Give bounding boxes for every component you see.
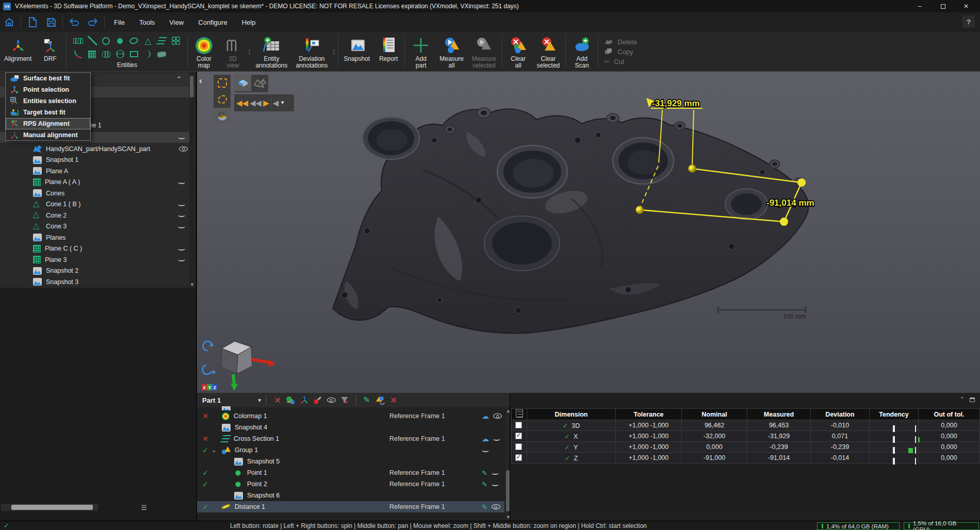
menu-item-target-best-fit[interactable]: Target best fit [6, 107, 90, 118]
eye-icon[interactable] [492, 504, 500, 509]
tree-item[interactable]: Cone 2 [0, 210, 189, 221]
probe-icon[interactable] [312, 394, 324, 406]
link-entities-icon[interactable] [374, 394, 386, 406]
tree-vertical-scrollbar[interactable]: ▼ [189, 73, 194, 288]
menu-item-surface-best-fit[interactable]: Surface best fit [6, 73, 90, 84]
undo-icon[interactable] [68, 15, 81, 29]
navigation-cube[interactable] [203, 341, 276, 391]
snapshot-button[interactable]: Snapshot [340, 32, 374, 71]
tree-item[interactable]: Planes [0, 232, 189, 243]
viewport-3d[interactable]: 100 mm [196, 72, 980, 393]
menu-configure[interactable]: Configure [191, 12, 234, 32]
add-part-button[interactable]: Add part [406, 32, 435, 71]
list-header-icon[interactable] [512, 409, 527, 420]
collapse-arc-icon[interactable] [178, 180, 185, 184]
col-nominal[interactable]: Nominal [682, 409, 747, 420]
part-tree-item[interactable]: ✓⌄Group 1 [197, 444, 504, 456]
table-row[interactable]: ✓Y +1,000 -1,000 0,000 -0,239 -0,239 0,0… [512, 442, 980, 453]
wireframe-view-icon[interactable] [251, 75, 268, 91]
cylinder-icon[interactable] [99, 47, 113, 61]
col-out-of-tol[interactable]: Out of tol. [919, 409, 980, 420]
point-icon[interactable] [113, 34, 127, 47]
table-row[interactable]: ✓X +1,000 -1,000 -32,000 -31,929 0,071 0… [512, 431, 980, 442]
clear-all-button[interactable]: Clear all [504, 32, 533, 71]
collapse-arc-icon[interactable] [178, 136, 185, 139]
eye-icon[interactable] [179, 146, 188, 152]
circle-icon[interactable] [99, 34, 113, 47]
scanned-part[interactable] [333, 108, 809, 334]
orange-prev-arrows-icon[interactable]: ◀◀ [236, 99, 248, 107]
pencil-icon[interactable]: ✎ [482, 470, 487, 476]
part-tree-item[interactable]: ✕Cross Section 1Reference Frame 1☁ [197, 433, 504, 444]
part-tree-item[interactable]: ✓Point 2Reference Frame 1✎ [197, 478, 504, 490]
col-tendency[interactable]: Tendency [870, 409, 919, 420]
orange-next-arrow-icon[interactable]: ▶ [263, 99, 269, 107]
tree-item[interactable]: Cone 3 [0, 221, 189, 232]
rectangle-icon[interactable] [127, 47, 141, 61]
expand-caret-icon[interactable]: ⌄ [211, 447, 216, 454]
curve-icon[interactable] [71, 47, 85, 61]
alignment-button[interactable]: Alignment [0, 32, 36, 71]
list-view-icon[interactable]: ☰ [137, 504, 151, 511]
tree-horizontal-scrollbar[interactable] [1, 504, 98, 511]
menu-item-point-selection[interactable]: Point selection [6, 84, 90, 95]
solid-view-icon[interactable] [234, 75, 251, 91]
selection-rectangle-icon[interactable] [214, 75, 231, 91]
tree-item[interactable]: HandySCAN_part/HandySCAN_part [0, 143, 189, 154]
color-map-button[interactable]: Color map [189, 32, 218, 71]
minimize-button[interactable]: – [909, 0, 930, 12]
col-measured[interactable]: Measured [747, 409, 811, 420]
collapse-section-icon[interactable]: ⌃ [176, 75, 182, 82]
help-badge[interactable]: ? [962, 15, 975, 28]
collapse-viewport-panel-icon[interactable]: ‹ [199, 76, 202, 86]
collapse-arc-icon[interactable] [493, 437, 500, 441]
collapse-panel-icon[interactable]: ⌃ [960, 396, 965, 404]
col-tolerance[interactable]: Tolerance [616, 409, 682, 420]
tree-item[interactable]: Snapshot 3 [0, 276, 189, 287]
table-row[interactable]: ✓3D +1,000 -1,000 96,462 96,453 -0,010 0… [512, 420, 980, 431]
sphere-icon[interactable] [113, 47, 127, 61]
deviation-annotations-button[interactable]: Deviation annotations [291, 32, 332, 71]
eye-icon[interactable] [325, 394, 337, 406]
delete-measure-icon[interactable]: ✕ [271, 394, 284, 406]
row-checkbox[interactable] [515, 433, 522, 439]
close-button[interactable]: ✕ [956, 0, 976, 12]
row-checkbox[interactable] [515, 454, 522, 461]
drf-button[interactable]: DRF [36, 32, 64, 71]
table-row[interactable]: ✓Z +1,000 -1,000 -91,000 -91,014 -0,014 … [512, 453, 980, 463]
add-scan-button[interactable]: Add Scan [567, 32, 596, 71]
maximize-button[interactable] [933, 0, 953, 12]
collapse-arc-icon[interactable] [178, 203, 185, 206]
menu-help[interactable]: Help [235, 12, 263, 32]
tree-item[interactable]: Snapshot 1 [0, 155, 189, 165]
menu-tools[interactable]: Tools [132, 12, 162, 32]
tree-item[interactable]: Plane A ( A ) [0, 177, 189, 188]
new-document-icon[interactable] [26, 15, 39, 29]
ellipse-icon[interactable] [127, 34, 141, 47]
ruler-icon[interactable] [71, 34, 85, 47]
gray-arrows-icon[interactable]: ◀◀ [250, 99, 262, 107]
circles-icon[interactable] [169, 34, 183, 47]
measure-selected-button[interactable]: Measure selected [468, 32, 500, 71]
col-dimension[interactable]: Dimension [527, 409, 616, 420]
clear-selected-button[interactable]: Clear selected [533, 32, 564, 71]
eye-icon[interactable] [493, 413, 502, 419]
gray-last-arrow-icon[interactable]: ◀ [273, 99, 279, 107]
menu-item-entities-selection[interactable]: Entities selection [6, 95, 90, 107]
pencil-icon[interactable]: ✎ [482, 481, 487, 488]
home-icon[interactable] [3, 15, 16, 29]
part-selector-label[interactable]: Part 1 [202, 396, 221, 404]
collapse-arc-icon[interactable] [482, 449, 489, 452]
tree-item[interactable]: Plane C ( C ) [0, 243, 189, 254]
2d-view-button[interactable]: 2D view [218, 32, 247, 71]
selection-lasso-icon[interactable] [214, 91, 231, 108]
arc-icon[interactable] [141, 47, 155, 61]
menu-view[interactable]: View [162, 12, 191, 32]
part-tree-item[interactable]: Snapshot 5 [197, 456, 504, 467]
tree-item[interactable]: Plane 3 [0, 254, 189, 265]
menu-item-rps-alignment[interactable]: RPS Alignment [6, 118, 90, 129]
cross-section-icon[interactable] [155, 34, 169, 47]
row-checkbox[interactable] [515, 443, 522, 450]
part-tree-item[interactable]: Snapshot 4 [197, 422, 504, 433]
cone-icon[interactable]: △ [141, 34, 155, 47]
